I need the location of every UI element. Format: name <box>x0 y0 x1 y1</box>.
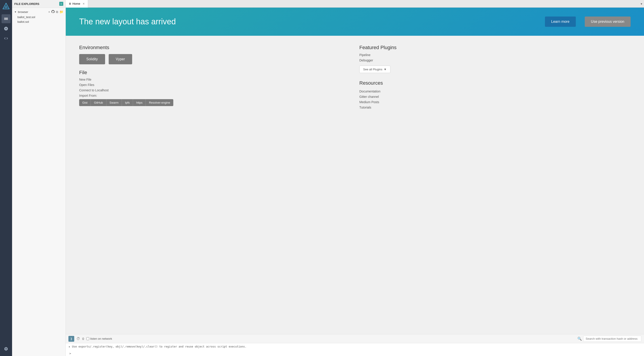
see-all-plugins-label: See all Plugins <box>363 68 382 71</box>
import-buttons: Gist GitHub Swarm Ipfs https Resolver-en… <box>79 99 350 106</box>
new-file-link[interactable]: New File <box>79 78 350 81</box>
home-tab-label: Home <box>72 2 80 5</box>
https-import-button[interactable]: https <box>133 99 146 106</box>
file-section-title: File <box>79 70 350 75</box>
open-files-link[interactable]: Open Files <box>79 83 350 87</box>
banner: The new layout has arrived Learn more Us… <box>66 7 644 36</box>
resources-section: Resources Documentation Gitter channel M… <box>359 80 630 109</box>
content-grid: Environments Solidity Vyper File New Fil… <box>66 36 644 120</box>
env-buttons: Solidity Vyper <box>79 54 350 64</box>
banner-title: The new layout has arrived <box>79 17 536 26</box>
folder-icon[interactable]: 📁 <box>60 10 63 14</box>
tab-bar: ⬇ Home ✕ ▾ <box>66 0 644 7</box>
environments-section: Environments Solidity Vyper <box>79 45 350 64</box>
plugins-title: Featured Plugins <box>359 45 630 50</box>
file-explorer-panel: FILE EXPLORERS ≡ ▼ browser + ⧉ 📁 ballot_… <box>12 0 66 356</box>
terminal-log-line: Use exports/.register(key, obj)/.remove(… <box>72 345 640 348</box>
listen-on-network-label[interactable]: listen on network <box>86 337 112 340</box>
github-icon[interactable] <box>52 10 54 14</box>
solidity-button[interactable]: Solidity <box>79 54 105 64</box>
home-tab[interactable]: ⬇ Home ✕ <box>66 0 88 7</box>
connect-localhost-link[interactable]: Connect to Localhost <box>79 88 350 92</box>
see-all-plugins-icon: ▼ <box>384 68 386 71</box>
listen-on-network-checkbox[interactable] <box>86 337 89 340</box>
terminal-bar: ⟫ ⏱ 0 listen on network 🔍 Use exports/.r… <box>66 334 644 356</box>
resources-title: Resources <box>359 80 630 86</box>
environments-title: Environments <box>79 45 350 50</box>
browser-section: ▼ browser + ⧉ 📁 ballot_test.sol ballot.s… <box>12 8 66 25</box>
terminal-search-input[interactable] <box>583 336 641 342</box>
collapse-icon: ⟫ <box>70 337 72 341</box>
file-explorer-header: FILE EXPLORERS ≡ <box>12 0 66 8</box>
see-all-plugins-button[interactable]: See all Plugins ▼ <box>359 66 390 73</box>
tutorials-link[interactable]: Tutorials <box>359 106 630 109</box>
file-item-ballot-test[interactable]: ballot_test.sol <box>12 15 66 19</box>
learn-more-button[interactable]: Learn more <box>545 16 576 27</box>
file-explorer-title: FILE EXPLORERS <box>14 2 58 5</box>
terminal-search-icon[interactable]: 🔍 <box>577 337 582 341</box>
gitter-link[interactable]: Gitter channel <box>359 95 630 99</box>
vyper-button[interactable]: Vyper <box>109 54 132 64</box>
browser-label: browser <box>18 10 28 14</box>
tab-scroll-arrow[interactable]: ▾ <box>639 2 644 5</box>
swarm-import-button[interactable]: Swarm <box>106 99 122 106</box>
documentation-link[interactable]: Documentation <box>359 90 630 93</box>
github-import-button[interactable]: GitHub <box>91 99 106 106</box>
import-label: Import From: <box>79 94 350 97</box>
copy-icon[interactable]: ⧉ <box>56 10 58 14</box>
file-section: File New File Open Files Connect to Loca… <box>79 70 350 106</box>
plugin-manager-nav-icon[interactable] <box>2 24 10 33</box>
terminal-clock-icon[interactable]: ⏱ <box>76 337 80 341</box>
debugger-plugin-link[interactable]: Debugger <box>359 58 630 62</box>
app-logo <box>2 2 10 11</box>
ipfs-import-button[interactable]: Ipfs <box>122 99 133 106</box>
terminal-prompt: > <box>66 351 644 356</box>
compiler-nav-icon[interactable] <box>2 34 10 43</box>
sidebar-icons-panel <box>0 0 12 356</box>
pipeline-plugin-link[interactable]: Pipeline <box>359 53 630 57</box>
medium-posts-link[interactable]: Medium Posts <box>359 100 630 104</box>
listen-on-network-text: listen on network <box>90 337 112 340</box>
home-tab-close-icon[interactable]: ✕ <box>82 2 85 5</box>
right-column: Featured Plugins Pipeline Debugger See a… <box>359 45 630 111</box>
plugins-section: Featured Plugins Pipeline Debugger See a… <box>359 45 630 73</box>
use-previous-version-button[interactable]: Use previous version <box>585 16 630 27</box>
file-explorer-nav-icon[interactable] <box>2 14 10 23</box>
resolver-engine-import-button[interactable]: Resolver-engine <box>146 99 173 106</box>
terminal-toolbar: ⟫ ⏱ 0 listen on network 🔍 <box>66 334 644 343</box>
home-tab-icon: ⬇ <box>69 2 71 5</box>
browser-row[interactable]: ▼ browser + ⧉ 📁 <box>12 9 66 15</box>
content-area: The new layout has arrived Learn more Us… <box>66 7 644 334</box>
new-file-icon[interactable]: + <box>48 10 50 14</box>
file-item-ballot[interactable]: ballot.sol <box>12 19 66 24</box>
main-area: ⬇ Home ✕ ▾ The new layout has arrived Le… <box>66 0 644 356</box>
gist-import-button[interactable]: Gist <box>79 99 91 106</box>
settings-nav-icon[interactable] <box>2 344 10 353</box>
browser-arrow-icon: ▼ <box>14 11 16 13</box>
terminal-count: 0 <box>82 337 84 341</box>
left-column: Environments Solidity Vyper File New Fil… <box>79 45 350 111</box>
terminal-content: Use exports/.register(key, obj)/.remove(… <box>66 343 644 351</box>
browser-actions: + ⧉ 📁 <box>48 10 63 14</box>
terminal-collapse-button[interactable]: ⟫ <box>68 336 74 342</box>
file-explorer-status-icon: ≡ <box>59 2 63 6</box>
search-wrapper: 🔍 <box>577 336 641 342</box>
